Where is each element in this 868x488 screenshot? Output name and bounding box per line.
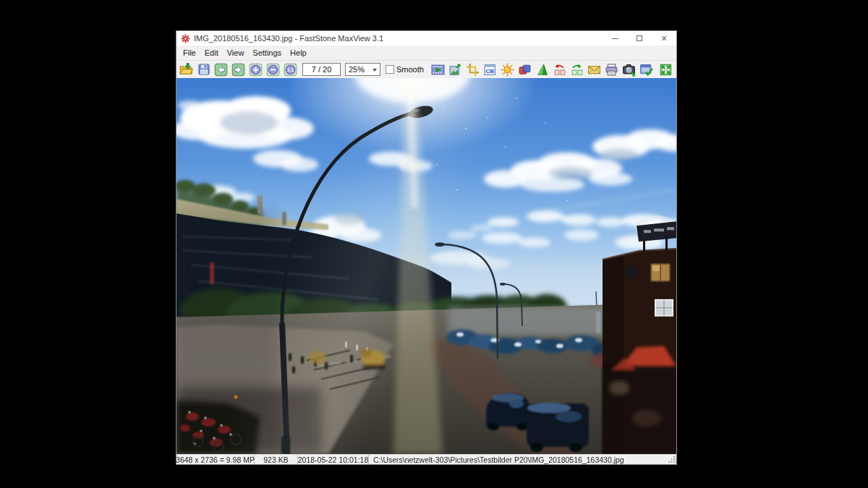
fullscreen-icon <box>659 63 673 77</box>
arrow-left-icon <box>214 63 228 77</box>
menu-bar: File Edit View Settings Help <box>176 46 676 60</box>
open-folder-button[interactable] <box>179 62 194 77</box>
status-file-size: 923 KB <box>255 455 298 464</box>
envelope-icon <box>587 63 601 77</box>
rotate-left-icon <box>553 63 566 77</box>
screen-capture-button[interactable] <box>621 62 637 77</box>
print-button[interactable] <box>604 62 619 77</box>
resize-icon <box>448 63 462 77</box>
crop-icon <box>466 63 480 77</box>
minimize-button[interactable] <box>603 31 627 46</box>
street-photo <box>176 78 676 454</box>
svg-text:CB: CB <box>485 68 494 74</box>
resize-button[interactable] <box>448 62 463 77</box>
rotate-right-button[interactable] <box>569 62 584 77</box>
next-image-button[interactable] <box>231 62 246 77</box>
smooth-label: Smooth <box>396 65 424 74</box>
window-title: IMG_20180516_163430.jpg - FastStone MaxV… <box>194 34 603 43</box>
resize-grip[interactable] <box>668 456 676 463</box>
settings-button[interactable] <box>639 62 654 77</box>
app-logo-icon <box>181 34 190 43</box>
camera-icon <box>622 63 636 77</box>
maximize-button[interactable] <box>627 31 652 46</box>
email-button[interactable] <box>587 62 602 77</box>
maximize-icon <box>637 35 642 41</box>
desktop: IMG_20180516_163430.jpg - FastStone MaxV… <box>0 0 868 488</box>
sun-icon <box>501 63 514 77</box>
adjust-colors-icon: CB <box>483 63 497 77</box>
smooth-option: Smooth <box>386 65 424 74</box>
app-window: IMG_20180516_163430.jpg - FastStone MaxV… <box>176 30 677 465</box>
crop-button[interactable] <box>465 62 480 77</box>
menu-file[interactable]: File <box>179 47 200 59</box>
zoom-level-select[interactable]: 25% <box>345 63 380 76</box>
menu-help[interactable]: Help <box>286 47 311 59</box>
page-indicator-box[interactable]: 7 / 20 <box>302 63 341 76</box>
sharpen-button[interactable] <box>535 62 550 77</box>
zoom-in-button[interactable] <box>248 62 263 77</box>
menu-settings[interactable]: Settings <box>248 47 286 59</box>
sharpen-triangle-icon <box>535 63 549 77</box>
close-button[interactable]: ✕ <box>652 31 676 46</box>
zoom-out-button[interactable] <box>265 62 281 77</box>
rotate-right-icon <box>570 63 584 77</box>
close-icon: ✕ <box>660 35 667 43</box>
status-timestamp: 2018-05-22 10:01:18 <box>298 455 369 464</box>
menu-edit[interactable]: Edit <box>200 47 223 59</box>
zoom-level-value: 25% <box>349 65 365 74</box>
status-file-path: C:\Users\netzwelt-303\Pictures\Testbilde… <box>369 455 676 464</box>
status-bar: 3648 x 2736 = 9.98 MP 923 KB 2018-05-22 … <box>176 454 676 464</box>
minimize-icon <box>612 38 618 39</box>
zoom-out-icon <box>266 63 280 77</box>
toolbar: 1:1 7 / 20 25% Smooth <box>176 60 676 78</box>
printer-icon <box>605 63 618 77</box>
adjust-colors-button[interactable]: CB <box>482 62 498 77</box>
fullscreen-button[interactable] <box>658 62 673 77</box>
chevron-down-icon <box>373 69 377 72</box>
rotate-left-button[interactable] <box>552 62 567 77</box>
actual-size-icon: 1:1 <box>284 63 297 77</box>
effects-button[interactable] <box>517 62 532 77</box>
adjust-lighting-button[interactable] <box>500 62 515 77</box>
open-folder-icon <box>179 63 193 77</box>
slideshow-button[interactable] <box>430 62 446 77</box>
settings-panel-icon <box>639 63 653 77</box>
save-icon <box>197 63 210 76</box>
svg-text:1:1: 1:1 <box>287 67 294 72</box>
smooth-checkbox[interactable] <box>386 65 394 74</box>
zoom-in-icon <box>249 63 263 77</box>
effects-icon <box>518 63 532 77</box>
image-canvas[interactable] <box>176 78 676 454</box>
previous-image-button[interactable] <box>213 62 229 77</box>
slideshow-icon <box>431 63 445 77</box>
actual-size-button[interactable]: 1:1 <box>283 62 298 77</box>
menu-view[interactable]: View <box>223 47 249 59</box>
arrow-right-icon <box>231 63 245 77</box>
title-bar[interactable]: IMG_20180516_163430.jpg - FastStone MaxV… <box>176 31 676 46</box>
status-dimensions: 3648 x 2736 = 9.98 MP <box>176 455 255 464</box>
save-button[interactable] <box>196 62 211 77</box>
